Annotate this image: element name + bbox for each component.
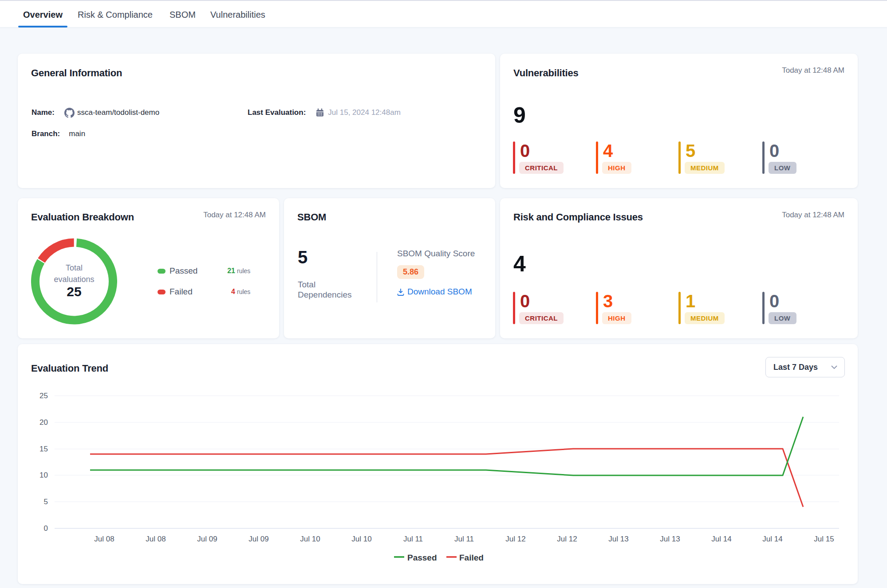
svg-text:5: 5 — [44, 498, 48, 506]
svg-text:Jul 10: Jul 10 — [300, 535, 320, 543]
svg-text:Jul 12: Jul 12 — [557, 535, 577, 543]
svg-text:Jul 11: Jul 11 — [454, 535, 474, 543]
svg-text:Jul 08: Jul 08 — [94, 535, 114, 543]
svg-text:Jul 10: Jul 10 — [351, 535, 371, 543]
svg-text:25: 25 — [39, 392, 48, 400]
svg-text:Jul 09: Jul 09 — [197, 535, 217, 543]
svg-text:Failed: Failed — [459, 553, 484, 562]
svg-text:15: 15 — [39, 445, 48, 453]
svg-text:Jul 12: Jul 12 — [505, 535, 525, 543]
svg-text:Jul 15: Jul 15 — [814, 535, 834, 543]
svg-text:Jul 13: Jul 13 — [608, 535, 628, 543]
svg-text:Jul 14: Jul 14 — [762, 535, 782, 543]
svg-text:Jul 14: Jul 14 — [711, 535, 731, 543]
svg-text:Jul 09: Jul 09 — [248, 535, 268, 543]
svg-text:0: 0 — [44, 524, 48, 533]
svg-text:Passed: Passed — [407, 553, 437, 562]
svg-text:Jul 13: Jul 13 — [660, 535, 680, 543]
svg-text:Jul 11: Jul 11 — [403, 535, 423, 543]
svg-text:10: 10 — [39, 471, 48, 479]
svg-text:20: 20 — [39, 418, 48, 427]
svg-text:Jul 08: Jul 08 — [146, 535, 166, 543]
